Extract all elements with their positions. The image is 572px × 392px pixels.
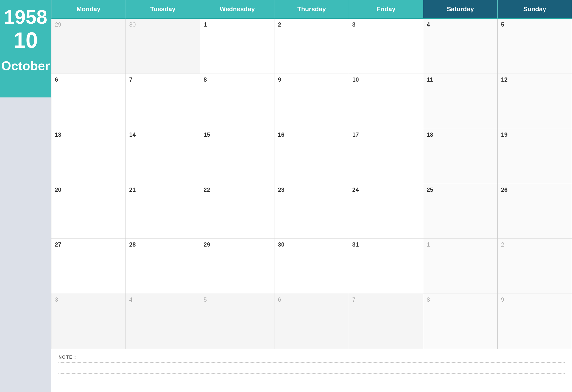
table-row: 8 (423, 294, 498, 349)
note-line-3 (59, 374, 565, 374)
table-row: 1 (423, 239, 498, 294)
table-row: 8 (200, 74, 274, 129)
note-line-4 (59, 379, 565, 379)
calendar-grid: Monday Tuesday Wednesday Thursday Friday… (51, 0, 572, 349)
header-sunday: Sunday (498, 0, 572, 19)
month-name-label: October (1, 59, 50, 73)
main-content: Monday Tuesday Wednesday Thursday Friday… (51, 0, 572, 392)
header-wednesday: Wednesday (200, 0, 274, 19)
table-row: 30 (274, 239, 349, 294)
table-row: 13 (51, 129, 126, 184)
table-row: 27 (51, 239, 126, 294)
header-monday: Monday (51, 0, 126, 19)
table-row: 29 (200, 239, 274, 294)
table-row: 6 (274, 294, 349, 349)
table-row: 17 (349, 129, 423, 184)
table-row: 19 (498, 129, 572, 184)
table-row: 9 (498, 294, 572, 349)
table-row: 18 (423, 129, 498, 184)
table-row: 9 (274, 74, 349, 129)
table-row: 4 (423, 19, 498, 74)
table-row: 25 (423, 184, 498, 239)
table-row: 23 (274, 184, 349, 239)
table-row: 29 (51, 19, 126, 74)
header-friday: Friday (349, 0, 423, 19)
note-label: NOTE : (59, 355, 565, 360)
table-row: 12 (498, 74, 572, 129)
notes-section: NOTE : (51, 349, 572, 392)
header-thursday: Thursday (274, 0, 349, 19)
table-row: 26 (498, 184, 572, 239)
table-row: 5 (200, 294, 274, 349)
calendar-container: 1958 10 October Monday Tuesday Wednesday… (0, 0, 572, 392)
year-label: 1958 (4, 7, 47, 27)
table-row: 3 (349, 19, 423, 74)
table-row: 2 (498, 239, 572, 294)
table-row: 30 (126, 19, 200, 74)
table-row: 7 (126, 74, 200, 129)
table-row: 22 (200, 184, 274, 239)
table-row: 4 (126, 294, 200, 349)
table-row: 2 (274, 19, 349, 74)
table-row: 5 (498, 19, 572, 74)
note-line-1 (59, 362, 565, 362)
table-row: 16 (274, 129, 349, 184)
table-row: 20 (51, 184, 126, 239)
table-row: 21 (126, 184, 200, 239)
table-row: 15 (200, 129, 274, 184)
note-line-2 (59, 368, 565, 368)
table-row: 31 (349, 239, 423, 294)
header-saturday: Saturday (423, 0, 498, 19)
table-row: 28 (126, 239, 200, 294)
table-row: 7 (349, 294, 423, 349)
table-row: 6 (51, 74, 126, 129)
table-row: 14 (126, 129, 200, 184)
header-tuesday: Tuesday (126, 0, 200, 19)
month-number-label: 10 (13, 29, 38, 51)
table-row: 3 (51, 294, 126, 349)
table-row: 24 (349, 184, 423, 239)
sidebar: 1958 10 October (0, 0, 51, 392)
table-row: 11 (423, 74, 498, 129)
table-row: 10 (349, 74, 423, 129)
table-row: 1 (200, 19, 274, 74)
